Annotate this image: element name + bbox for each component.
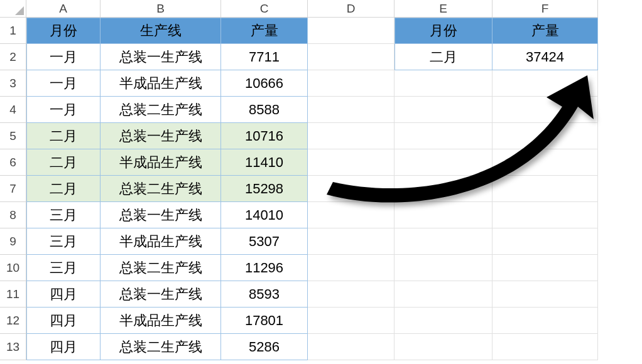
- col-header-b[interactable]: B: [101, 0, 221, 18]
- row-header-3[interactable]: 3: [0, 70, 26, 97]
- cell-month[interactable]: 四月: [26, 281, 101, 308]
- row-header-5[interactable]: 5: [0, 123, 26, 149]
- cell-output[interactable]: 8588: [221, 97, 308, 123]
- empty-cell[interactable]: [492, 149, 598, 176]
- col-header-d[interactable]: D: [308, 0, 394, 18]
- cell-month[interactable]: 四月: [26, 308, 101, 334]
- cell-month[interactable]: 二月: [26, 149, 101, 176]
- empty-cell[interactable]: [492, 176, 598, 202]
- cell-month[interactable]: 三月: [26, 202, 101, 228]
- cell-line[interactable]: 总装二生产线: [101, 334, 221, 360]
- col-header-a[interactable]: A: [26, 0, 101, 18]
- row-header-2[interactable]: 2: [0, 44, 26, 70]
- empty-cell[interactable]: [308, 18, 394, 44]
- cell-output[interactable]: 14010: [221, 202, 308, 228]
- cell-output[interactable]: 15298: [221, 176, 308, 202]
- cell-output[interactable]: 8593: [221, 281, 308, 308]
- cell-month[interactable]: 四月: [26, 334, 101, 360]
- empty-cell[interactable]: [394, 228, 492, 255]
- empty-cell[interactable]: [492, 97, 598, 123]
- empty-cell[interactable]: [308, 123, 394, 149]
- empty-cell[interactable]: [492, 255, 598, 281]
- empty-cell[interactable]: [308, 44, 394, 70]
- cell-output[interactable]: 10716: [221, 123, 308, 149]
- empty-cell[interactable]: [394, 281, 492, 308]
- empty-cell[interactable]: [308, 281, 394, 308]
- empty-cell[interactable]: [308, 176, 394, 202]
- cell-line[interactable]: 半成品生产线: [101, 228, 221, 255]
- main-header-month[interactable]: 月份: [26, 18, 101, 44]
- select-all-corner[interactable]: [0, 0, 26, 18]
- cell-output[interactable]: 5307: [221, 228, 308, 255]
- cell-output[interactable]: 10666: [221, 70, 308, 97]
- empty-cell[interactable]: [394, 70, 492, 97]
- cell-line[interactable]: 总装一生产线: [101, 44, 221, 70]
- empty-cell[interactable]: [394, 149, 492, 176]
- cell-month[interactable]: 一月: [26, 97, 101, 123]
- empty-cell[interactable]: [308, 149, 394, 176]
- main-header-output[interactable]: 产量: [221, 18, 308, 44]
- empty-cell[interactable]: [394, 202, 492, 228]
- cell-line[interactable]: 总装一生产线: [101, 123, 221, 149]
- cell-output[interactable]: 11296: [221, 255, 308, 281]
- row-header-4[interactable]: 4: [0, 97, 26, 123]
- side-output-value[interactable]: 37424: [492, 44, 598, 70]
- cell-line[interactable]: 总装一生产线: [101, 202, 221, 228]
- col-header-c[interactable]: C: [221, 0, 308, 18]
- cell-line[interactable]: 半成品生产线: [101, 308, 221, 334]
- empty-cell[interactable]: [492, 334, 598, 360]
- row-header-12[interactable]: 12: [0, 308, 26, 334]
- empty-cell[interactable]: [394, 123, 492, 149]
- empty-cell[interactable]: [308, 97, 394, 123]
- cell-month[interactable]: 三月: [26, 255, 101, 281]
- cell-line[interactable]: 总装二生产线: [101, 97, 221, 123]
- empty-cell[interactable]: [394, 255, 492, 281]
- empty-cell[interactable]: [492, 123, 598, 149]
- cell-month[interactable]: 一月: [26, 44, 101, 70]
- cell-month[interactable]: 二月: [26, 123, 101, 149]
- cell-line[interactable]: 总装一生产线: [101, 281, 221, 308]
- empty-cell[interactable]: [394, 308, 492, 334]
- cell-line[interactable]: 半成品生产线: [101, 70, 221, 97]
- empty-cell[interactable]: [394, 176, 492, 202]
- row-header-13[interactable]: 13: [0, 334, 26, 360]
- row-header-8[interactable]: 8: [0, 202, 26, 228]
- cell-month[interactable]: 二月: [26, 176, 101, 202]
- table-row: 四月 总装二生产线 5286: [26, 334, 598, 360]
- empty-cell[interactable]: [308, 308, 394, 334]
- cell-line[interactable]: 总装二生产线: [101, 176, 221, 202]
- empty-cell[interactable]: [492, 202, 598, 228]
- empty-cell[interactable]: [394, 97, 492, 123]
- side-header-month[interactable]: 月份: [394, 18, 492, 44]
- cell-output[interactable]: 7711: [221, 44, 308, 70]
- row-header-6[interactable]: 6: [0, 149, 26, 176]
- empty-cell[interactable]: [308, 228, 394, 255]
- cell-output[interactable]: 17801: [221, 308, 308, 334]
- row-header-9[interactable]: 9: [0, 228, 26, 255]
- empty-cell[interactable]: [308, 202, 394, 228]
- side-month-value[interactable]: 二月: [394, 44, 492, 70]
- cell-line[interactable]: 总装二生产线: [101, 255, 221, 281]
- cell-output[interactable]: 11410: [221, 149, 308, 176]
- row-header-1[interactable]: 1: [0, 18, 26, 44]
- empty-cell[interactable]: [394, 334, 492, 360]
- col-header-f[interactable]: F: [492, 0, 598, 18]
- empty-cell[interactable]: [492, 308, 598, 334]
- table-row: 二月 总装二生产线 15298: [26, 176, 598, 202]
- cell-month[interactable]: 一月: [26, 70, 101, 97]
- cell-line[interactable]: 半成品生产线: [101, 149, 221, 176]
- empty-cell[interactable]: [492, 281, 598, 308]
- empty-cell[interactable]: [308, 70, 394, 97]
- empty-cell[interactable]: [308, 255, 394, 281]
- main-header-line[interactable]: 生产线: [101, 18, 221, 44]
- cell-month[interactable]: 三月: [26, 228, 101, 255]
- side-header-output[interactable]: 产量: [492, 18, 598, 44]
- cell-output[interactable]: 5286: [221, 334, 308, 360]
- row-header-10[interactable]: 10: [0, 255, 26, 281]
- col-header-e[interactable]: E: [394, 0, 492, 18]
- row-header-11[interactable]: 11: [0, 281, 26, 308]
- empty-cell[interactable]: [492, 228, 598, 255]
- row-header-7[interactable]: 7: [0, 176, 26, 202]
- empty-cell[interactable]: [308, 334, 394, 360]
- empty-cell[interactable]: [492, 70, 598, 97]
